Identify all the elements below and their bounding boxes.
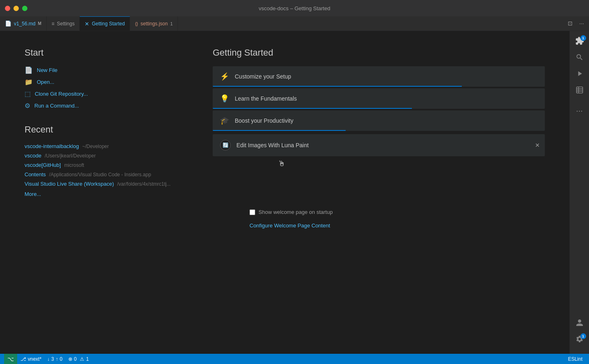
sync-down-icon: ↓ [47, 356, 49, 362]
tab-label: Settings [57, 21, 74, 27]
open-link[interactable]: 📁 Open... [25, 78, 180, 86]
run-command-link[interactable]: ⚙ Run a Command... [25, 102, 180, 110]
ext-label: Edit Images With Luna Paint [236, 142, 309, 148]
activity-bar-settings[interactable]: 1 [572, 333, 587, 347]
right-column: Getting Started ⚡ Customize your Setup 💡… [213, 47, 545, 337]
error-count: 0 [74, 356, 77, 362]
walkthrough-item-luna-paint[interactable]: 🔄 Edit Images With Luna Paint ✕ [213, 134, 545, 156]
remote-indicator[interactable]: ⌥ [4, 354, 17, 364]
run-icon [576, 70, 584, 80]
start-section-title: Start [25, 47, 180, 58]
tab-bar: 📄 v1_56.md M ≡ Settings ✕ Getting Starte… [0, 16, 589, 31]
progress-bar-productivity [213, 130, 346, 131]
getting-started-title: Getting Started [213, 47, 545, 58]
activity-bar-bottom: 1 [572, 316, 587, 351]
recent-item-path: microsoft [64, 162, 84, 168]
tab-v1-56[interactable]: 📄 v1_56.md M [0, 16, 47, 31]
walkthrough-label: Learn the Fundamentals [235, 95, 297, 102]
tab-actions: ⊡ ··· [566, 19, 586, 27]
start-links: 📄 New File 📁 Open... ⬚ Clone Git Reposit… [25, 66, 180, 110]
activity-bar-more[interactable]: ··· [572, 103, 587, 118]
tab-dirty-indicator: M [38, 21, 41, 26]
activity-bar-top: 1 [572, 34, 587, 316]
recent-item[interactable]: Visual Studio Live Share (Workspace) /va… [25, 181, 180, 187]
recent-item-name: vscode [25, 153, 41, 159]
walkthrough-item-productivity[interactable]: 🎓 Boost your Productivity [213, 110, 545, 131]
new-file-label: New File [37, 67, 58, 73]
minimize-button[interactable] [13, 6, 19, 11]
sync-up-count: 0 [60, 356, 63, 362]
run-command-label: Run a Command... [34, 103, 79, 109]
luna-paint-icon: 🔄 [220, 140, 231, 151]
recent-section-title: Recent [25, 124, 180, 135]
json-icon: {} [135, 21, 138, 26]
errors-button[interactable]: ⊗ 0 ⚠ 1 [66, 354, 91, 364]
activity-bar-extensions[interactable]: 1 [572, 34, 587, 49]
progress-bar-customize [213, 86, 462, 87]
warning-icon: ⚠ [80, 356, 84, 362]
configure-link[interactable]: Configure Welcome Page Content [250, 222, 330, 229]
activity-bar-debug[interactable] [572, 83, 587, 98]
content-area: Start 📄 New File 📁 Open... ⬚ Clone Git R… [0, 31, 569, 354]
account-icon [576, 319, 584, 329]
lightbulb-icon: 💡 [220, 94, 229, 103]
eslint-button[interactable]: ESLint [566, 354, 585, 364]
window-title: vscode-docs – Getting Started [259, 5, 330, 11]
startup-checkbox-label: Show welcome page on startup [259, 209, 333, 215]
settings-badge: 1 [580, 333, 586, 339]
branch-button[interactable]: ⎇ vnext* [18, 354, 44, 364]
tab-label: Getting Started [92, 21, 125, 27]
activity-bar-run[interactable] [572, 67, 587, 82]
getting-started-icon: ✕ [85, 21, 89, 27]
tab-label: v1_56.md [14, 21, 36, 27]
footer-section: Show welcome page on startup Configure W… [213, 201, 545, 237]
status-left: ⌥ ⎇ vnext* ↓ 3 ↑ 0 ⊗ 0 ⚠ 1 [4, 354, 91, 364]
recent-item[interactable]: vscode /Users/jkearl/Developer [25, 153, 180, 159]
more-link[interactable]: More... [25, 191, 180, 197]
maximize-button[interactable] [22, 6, 27, 11]
open-icon: 📁 [25, 78, 33, 86]
tab-settings[interactable]: ≡ Settings [47, 16, 80, 31]
activity-bar-search[interactable] [572, 51, 587, 65]
warning-count: 1 [86, 356, 89, 362]
ext-icon-symbol: 🔄 [223, 142, 229, 148]
sync-button[interactable]: ↓ 3 ↑ 0 [45, 354, 65, 364]
main-layout: Start 📄 New File 📁 Open... ⬚ Clone Git R… [0, 31, 589, 354]
recent-item[interactable]: Contents /Applications/Visual Studio Cod… [25, 171, 180, 178]
tab-settings-json[interactable]: {} settings.json 1 [130, 16, 178, 31]
recent-section: Recent vscode-internalbacklog ~/Develope… [25, 124, 180, 197]
settings-icon: ≡ [52, 21, 54, 27]
search-icon [576, 53, 584, 63]
activity-bar: 1 [569, 31, 589, 354]
close-button[interactable] [5, 6, 10, 11]
remote-icon: ⌥ [7, 356, 14, 362]
tab-badge: 1 [170, 21, 173, 26]
recent-item-path: /Users/jkearl/Developer [45, 153, 96, 159]
welcome-content: Start 📄 New File 📁 Open... ⬚ Clone Git R… [0, 31, 569, 354]
walkthrough-item-fundamentals[interactable]: 💡 Learn the Fundamentals [213, 88, 545, 109]
tab-getting-started[interactable]: ✕ Getting Started [80, 16, 130, 31]
debug-icon [576, 86, 584, 96]
walkthrough-label: Boost your Productivity [235, 117, 293, 124]
clone-git-link[interactable]: ⬚ Clone Git Repository... [25, 90, 180, 98]
more-actions-button[interactable]: ··· [578, 19, 586, 27]
progress-bar-fundamentals [213, 108, 412, 109]
branch-icon: ⎇ [20, 356, 26, 362]
more-icon: ··· [576, 106, 583, 115]
startup-checkbox[interactable] [250, 209, 255, 215]
walkthrough-item-customize[interactable]: ⚡ Customize your Setup [213, 66, 545, 87]
activity-bar-account[interactable] [572, 316, 587, 331]
eslint-label: ESLint [568, 356, 582, 362]
recent-item[interactable]: vscode-internalbacklog ~/Developer [25, 143, 180, 149]
recent-item-name: Visual Studio Live Share (Workspace) [25, 181, 114, 187]
close-extension-button[interactable]: ✕ [535, 142, 540, 148]
graduation-icon: 🎓 [220, 116, 229, 125]
recent-item[interactable]: vscode[GitHub] microsoft [25, 162, 180, 168]
split-editor-button[interactable]: ⊡ [566, 19, 574, 27]
recent-item-name: vscode[GitHub] [25, 162, 61, 168]
file-icon: 📄 [5, 20, 11, 27]
open-label: Open... [37, 79, 54, 85]
new-file-link[interactable]: 📄 New File [25, 66, 180, 74]
left-column: Start 📄 New File 📁 Open... ⬚ Clone Git R… [25, 47, 180, 337]
title-bar: vscode-docs – Getting Started [0, 0, 589, 16]
